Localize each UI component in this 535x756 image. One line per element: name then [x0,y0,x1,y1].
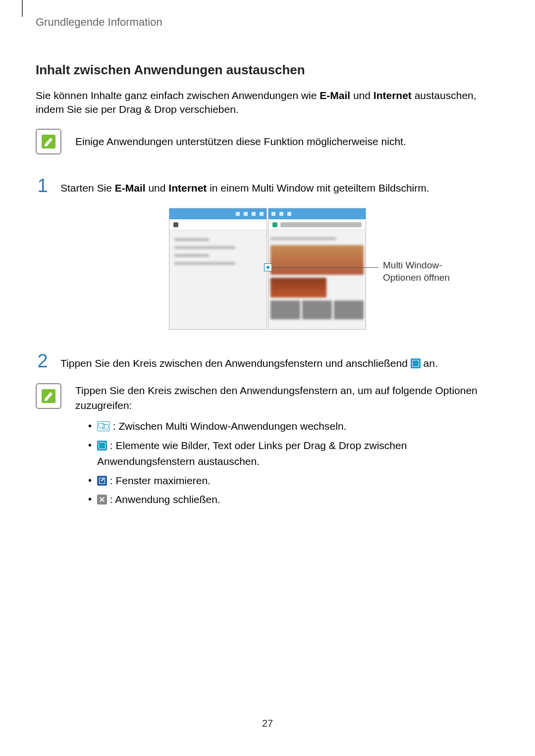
note-icon [36,383,61,409]
option-drag: : Elemente wie Bilder, Text oder Links p… [88,438,499,470]
step-2-body: Tippen Sie den Kreis zwischen den Anwend… [60,352,499,370]
placeholder-line [174,262,235,265]
header-control-icon [279,212,283,216]
close-icon [97,495,107,504]
step-2: 2 Tippen Sie den Kreis zwischen den Anwe… [36,352,499,370]
image-thumb [270,245,364,275]
image-thumb [334,301,364,319]
note-icon [36,129,61,154]
placeholder-line [174,254,209,257]
pane-toolbar-right [268,219,366,230]
intro-bold-email: E-Mail [320,90,350,101]
page-number: 27 [0,718,535,729]
step-1-e: in einem Multi Window mit geteiltem Bild… [207,182,429,194]
option-drag-text: : Elemente wie Bilder, Text oder Links p… [97,440,407,467]
placeholder-line [174,238,209,241]
multiwindow-handle-icon [264,263,272,271]
option-maximize: : Fenster maximieren. [88,473,499,489]
page-edge-mark [22,0,23,17]
option-close-text: : Anwendung schließen. [107,494,220,505]
intro-paragraph: Sie können Inhalte ganz einfach zwischen… [36,89,499,117]
figure-left-pane [169,208,267,330]
step-1-body: Starten Sie E-Mail und Internet in einem… [60,176,499,195]
header-control-icon [287,212,291,216]
option-maximize-text: : Fenster maximieren. [107,475,211,486]
intro-text-c: und [350,90,374,101]
step-1-b: E-Mail [115,182,146,194]
figure-right-pane [268,208,366,330]
option-switch-text: : Zwischen Multi Window-Anwendungen wech… [110,420,346,432]
intro-bold-internet: Internet [374,90,412,101]
callout-label: Multi Window- Optionen öffnen [383,259,462,284]
address-bar-placeholder [280,222,362,227]
figure-inner: Multi Window- Optionen öffnen [169,208,366,330]
pane-header-left [169,208,267,219]
toolbar-icon [272,222,277,227]
step-1-c: und [146,182,169,194]
image-thumb [270,301,300,319]
page-content: Grundlegende Information Inhalt zwischen… [0,0,535,511]
header-control-icon [252,212,256,216]
options-list: : Zwischen Multi Window-Anwendungen wech… [75,418,499,508]
intro-text-a: Sie können Inhalte ganz einfach zwischen… [36,90,320,101]
switch-apps-icon [97,421,110,431]
placeholder-line [174,246,235,249]
pane-body-right [268,230,366,321]
header-control-icon [244,212,248,216]
placeholder-line [270,237,336,240]
option-close: : Anwendung schließen. [88,492,499,508]
maximize-icon [97,476,107,486]
step-2-a: Tippen Sie den Kreis zwischen den Anwend… [60,357,411,369]
header-control-icon [271,212,275,216]
step-1-d: Internet [168,182,207,194]
note-text: Einige Anwendungen unterstützen diese Fu… [75,135,406,149]
pencil-note-icon [40,133,57,151]
step-2-b: an. [421,357,438,369]
thumb-row [270,301,364,319]
callout-leader-line [272,267,378,268]
image-thumb [270,278,326,298]
drag-drop-icon [97,441,107,451]
breadcrumb: Grundlegende Information [36,16,499,29]
callout-line2: Optionen öffnen [383,272,450,283]
pane-body-left [169,230,267,273]
step-2-number: 2 [36,352,50,370]
step-1-number: 1 [36,176,50,195]
figure-multiwindow: Multi Window- Optionen öffnen [36,208,499,330]
header-control-icon [236,212,240,216]
image-thumb [302,301,332,319]
step-1-a: Starten Sie [60,182,115,194]
pane-header-right [268,208,366,219]
options-intro: Tippen Sie den Kreis zwischen den Anwend… [75,383,499,412]
section-title: Inhalt zwischen Anwendungen austauschen [36,62,499,78]
note-block: Einige Anwendungen unterstützen diese Fu… [36,129,499,154]
toolbar-icon [173,222,178,227]
options-content: Tippen Sie den Kreis zwischen den Anwend… [75,383,499,511]
options-note-block: Tippen Sie den Kreis zwischen den Anwend… [36,383,499,511]
option-switch: : Zwischen Multi Window-Anwendungen wech… [88,418,499,435]
step-1: 1 Starten Sie E-Mail und Internet in ein… [36,176,499,195]
pane-toolbar-left [169,219,267,230]
drag-drop-icon [411,358,421,368]
pencil-note-icon [40,387,57,405]
header-control-icon [260,212,264,216]
callout-line1: Multi Window- [383,260,442,270]
